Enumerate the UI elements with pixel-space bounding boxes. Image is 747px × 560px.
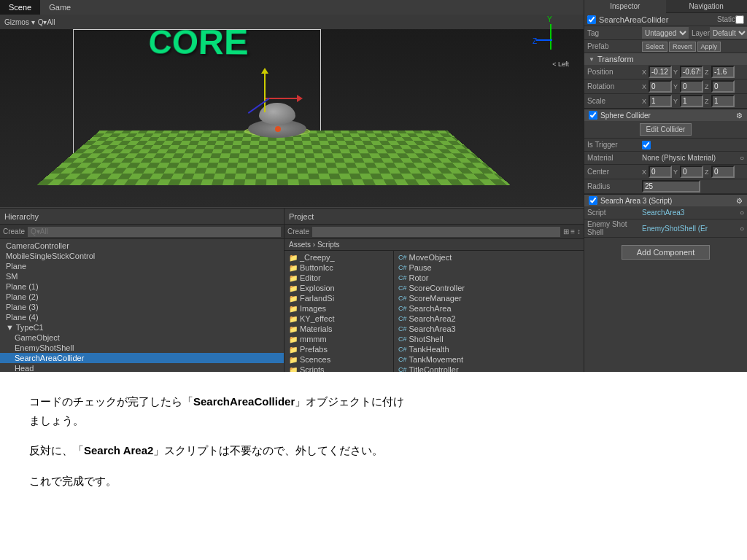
project-search[interactable] bbox=[312, 227, 560, 237]
project-folder-item[interactable]: 📁mmmm bbox=[285, 334, 393, 344]
project-folder-item[interactable]: 📁Explosion bbox=[285, 283, 393, 293]
position-row: Position X Y Z bbox=[584, 65, 747, 79]
project-file-item[interactable]: C#MoveObject bbox=[394, 252, 584, 262]
layer-select[interactable]: Default bbox=[710, 27, 747, 39]
cx-label: X bbox=[642, 168, 648, 176]
scale-x-input[interactable] bbox=[649, 95, 672, 107]
ry-label: Y bbox=[673, 83, 679, 90]
script-settings-icon[interactable]: ⚙ bbox=[736, 197, 743, 205]
hierarchy-item[interactable]: Plane (4) bbox=[0, 312, 284, 322]
scale-z-input[interactable] bbox=[711, 95, 735, 107]
project-file-item[interactable]: C#Rotor bbox=[394, 273, 584, 283]
search-area-checkbox[interactable] bbox=[589, 196, 597, 205]
tab-inspector[interactable]: Inspector bbox=[584, 0, 666, 13]
text-line3: これで完成です。 bbox=[29, 475, 117, 487]
folder-icon: 📁 bbox=[289, 264, 298, 272]
hierarchy-item[interactable]: Plane (2) bbox=[0, 292, 284, 302]
hierarchy-item[interactable]: ▼ TypeC1 bbox=[0, 322, 284, 332]
project-file-item[interactable]: C#Pause bbox=[394, 262, 584, 273]
radius-input[interactable] bbox=[642, 180, 700, 192]
project-file-item[interactable]: C#SearchArea2 bbox=[394, 314, 584, 324]
project-files: C#MoveObjectC#PauseC#RotorC#ScoreControl… bbox=[394, 251, 584, 384]
project-folder-item[interactable]: 📁Scences bbox=[285, 354, 393, 365]
enemy-shot-pick-icon[interactable]: ○ bbox=[740, 225, 744, 233]
select-button[interactable]: Select bbox=[642, 42, 667, 52]
script-icon: C# bbox=[398, 356, 407, 363]
center-z-field: Z bbox=[705, 166, 735, 178]
scale-y-field: Y bbox=[673, 95, 703, 107]
position-x-input[interactable] bbox=[649, 66, 672, 78]
project-file-item[interactable]: C#ScoreManager bbox=[394, 293, 584, 303]
material-pick-icon[interactable]: ○ bbox=[740, 154, 744, 162]
is-trigger-row: Is Trigger bbox=[584, 139, 747, 152]
center-y-input[interactable] bbox=[680, 166, 703, 178]
search-area-header[interactable]: Search Area 3 (Script) ⚙ bbox=[584, 194, 747, 206]
project-toolbar: Create ⊞ ≡ ↕ bbox=[285, 225, 584, 239]
project-header: Project bbox=[285, 209, 584, 225]
hierarchy-create-label[interactable]: Create bbox=[3, 228, 25, 236]
project-folder-item[interactable]: 📁Materials bbox=[285, 324, 393, 334]
position-y-input[interactable] bbox=[680, 66, 703, 78]
hierarchy-list: CameraControllerMobileSingleStickControl… bbox=[0, 239, 284, 375]
project-folder-item[interactable]: 📁FarlandSi bbox=[285, 293, 393, 303]
hierarchy-item[interactable]: EnemyShotShell bbox=[0, 343, 284, 353]
project-create-label[interactable]: Create bbox=[287, 228, 309, 236]
hierarchy-item[interactable]: MobileSingleStickControl bbox=[0, 251, 284, 261]
apply-button[interactable]: Apply bbox=[697, 42, 721, 52]
hierarchy-item[interactable]: CameraController bbox=[0, 241, 284, 251]
tab-navigation[interactable]: Navigation bbox=[666, 0, 748, 13]
breadcrumb-assets: Assets bbox=[289, 241, 311, 249]
sphere-collider-header[interactable]: Sphere Collider ⚙ bbox=[584, 109, 747, 121]
project-folder-item[interactable]: 📁Images bbox=[285, 303, 393, 314]
hierarchy-item[interactable]: SM bbox=[0, 271, 284, 281]
edit-collider-button[interactable]: Edit Collider bbox=[640, 123, 692, 136]
rotation-z-input[interactable] bbox=[711, 80, 735, 93]
position-z-input[interactable] bbox=[711, 66, 735, 78]
hierarchy-item[interactable]: Plane bbox=[0, 261, 284, 271]
project-folder-item[interactable]: 📁ButtonIcc bbox=[285, 262, 393, 273]
project-file-item[interactable]: C#TankHealth bbox=[394, 344, 584, 354]
main-container: Scene Game Gizmos ▾ Q▾All CORE bbox=[0, 0, 747, 560]
transform-section-header[interactable]: ▼ Transform bbox=[584, 53, 747, 65]
project-folder-item[interactable]: 📁_Creepy_ bbox=[285, 252, 393, 262]
project-file-item[interactable]: C#ScoreController bbox=[394, 283, 584, 293]
folder-icon: 📁 bbox=[289, 335, 298, 343]
project-file-item[interactable]: C#TankMovement bbox=[394, 354, 584, 365]
project-file-item[interactable]: C#SearchArea3 bbox=[394, 324, 584, 334]
project-file-item[interactable]: C#ShotShell bbox=[394, 334, 584, 344]
hierarchy-search[interactable] bbox=[28, 227, 281, 237]
tab-scene[interactable]: Scene bbox=[0, 0, 40, 15]
script-pick-icon[interactable]: ○ bbox=[740, 209, 744, 217]
hierarchy-panel: Hierarchy Create CameraControllerMobileS… bbox=[0, 208, 285, 372]
tag-layer-row: Tag Untagged Layer Default bbox=[584, 26, 747, 40]
is-trigger-checkbox[interactable] bbox=[642, 141, 651, 149]
scale-label: Scale bbox=[587, 97, 642, 105]
rotation-x-input[interactable] bbox=[649, 80, 672, 93]
scale-z-field: Z bbox=[705, 95, 735, 107]
x-axis-arrow bbox=[266, 98, 298, 99]
project-content: 📁_Creepy_📁ButtonIcc📁Editor📁Explosion📁Far… bbox=[285, 251, 584, 384]
revert-button[interactable]: Revert bbox=[669, 42, 696, 52]
rotation-y-input[interactable] bbox=[680, 80, 703, 93]
layer-label: Layer bbox=[692, 29, 710, 37]
center-z-input[interactable] bbox=[711, 166, 735, 178]
scale-y-input[interactable] bbox=[680, 95, 703, 107]
project-file-item[interactable]: C#SearchArea bbox=[394, 303, 584, 314]
hierarchy-item[interactable]: SearchAreaCollider bbox=[0, 353, 284, 363]
project-folder-item[interactable]: 📁Prefabs bbox=[285, 344, 393, 354]
hierarchy-item[interactable]: Plane (3) bbox=[0, 302, 284, 312]
tab-game[interactable]: Game bbox=[40, 0, 80, 15]
component-settings-icon[interactable]: ⚙ bbox=[736, 112, 743, 120]
static-checkbox[interactable] bbox=[735, 15, 744, 24]
object-active-checkbox[interactable] bbox=[587, 15, 596, 24]
project-folder-item[interactable]: 📁Editor bbox=[285, 273, 393, 283]
tag-select[interactable]: Untagged bbox=[642, 27, 689, 39]
hierarchy-item[interactable]: Plane (1) bbox=[0, 281, 284, 292]
rotation-y-field: Y bbox=[673, 80, 703, 93]
project-folder-item[interactable]: 📁KY_effect bbox=[285, 314, 393, 324]
center-x-input[interactable] bbox=[649, 166, 672, 178]
hierarchy-item[interactable]: GameObject bbox=[0, 332, 284, 343]
sphere-collider-checkbox[interactable] bbox=[589, 111, 597, 120]
add-component-button[interactable]: Add Component bbox=[622, 245, 711, 260]
object-name-field[interactable]: SearchAreaCollider bbox=[599, 15, 717, 24]
